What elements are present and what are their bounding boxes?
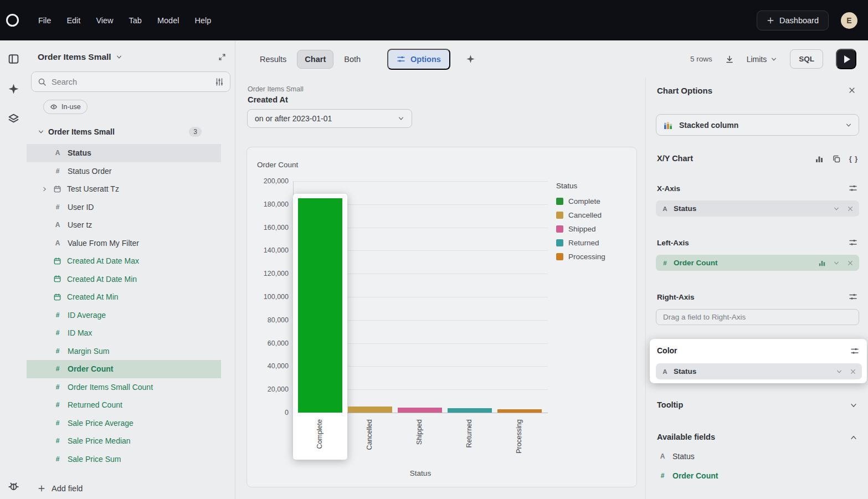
tab-chart[interactable]: Chart (297, 50, 333, 69)
tooltip-section-header[interactable]: Tooltip (657, 400, 683, 409)
close-icon[interactable] (848, 86, 856, 94)
field-label: ID Max (68, 328, 92, 337)
chevron-up-icon[interactable] (850, 434, 857, 441)
field-count-badge: 3 (189, 127, 202, 137)
bar-complete[interactable] (298, 198, 342, 413)
field-margin-sum[interactable]: #Margin Sum (27, 342, 221, 361)
available-field-order-count[interactable]: #Order Count (658, 471, 718, 480)
run-query-button[interactable] (836, 49, 856, 69)
dashboard-button[interactable]: Dashboard (757, 11, 829, 30)
limits-dropdown[interactable]: Limits (747, 55, 778, 64)
filter-sliders-icon[interactable] (215, 78, 224, 86)
copy-icon[interactable] (832, 155, 841, 163)
field-order-count[interactable]: #Order Count (27, 360, 221, 378)
sql-button[interactable]: SQL (790, 49, 823, 69)
bar-returned[interactable] (448, 408, 492, 413)
field-value-from-my-filter[interactable]: AValue From My Filter (27, 234, 221, 253)
sidebar-header[interactable]: Order Items Small (27, 40, 235, 62)
field-test-useratt-tz[interactable]: Test Useratt Tz (27, 180, 221, 198)
menu-file[interactable]: File (32, 12, 57, 29)
tab-both[interactable]: Both (336, 50, 368, 69)
legend-item-complete[interactable]: Complete (556, 197, 605, 205)
app-logo[interactable] (6, 14, 19, 27)
bar-processing[interactable] (497, 409, 542, 413)
tab-results[interactable]: Results (252, 50, 294, 69)
topbar: FileEditViewTabModelHelp Dashboard E (0, 0, 868, 40)
field-id-average[interactable]: #ID Average (27, 306, 221, 325)
bar-chart-icon[interactable] (815, 155, 824, 163)
legend-item-cancelled[interactable]: Cancelled (556, 211, 605, 219)
y-axis-tick: 40,000 (250, 362, 289, 370)
number-field-icon: # (53, 203, 62, 211)
toolbar-right: 5 rows Limits SQL (690, 49, 868, 69)
json-braces-icon[interactable]: { } (849, 155, 858, 163)
legend-label: Complete (568, 197, 600, 205)
ai-sparkle-icon[interactable] (466, 54, 475, 64)
right-axis-settings-icon[interactable] (849, 292, 857, 301)
menu-tab[interactable]: Tab (123, 12, 148, 29)
chevron-down-icon[interactable] (833, 205, 840, 212)
color-field-pill[interactable]: A Status (656, 363, 862, 379)
field-created-at-date-max[interactable]: Created At Date Max (27, 252, 221, 270)
remove-field-icon[interactable] (850, 368, 856, 375)
chevron-down-icon[interactable] (836, 368, 843, 375)
number-field-icon: # (53, 455, 62, 463)
avatar[interactable]: E (841, 12, 857, 29)
right-axis-section-title: Right-Axis (657, 293, 695, 301)
field-status-order[interactable]: #Status Order (27, 162, 221, 181)
legend-item-processing[interactable]: Processing (556, 253, 605, 261)
right-axis-drop-zone[interactable]: Drag a field to Right-Axis (656, 309, 859, 325)
left-axis-settings-icon[interactable] (849, 238, 857, 247)
in-use-filter-chip[interactable]: In-use (43, 100, 88, 114)
field-sale-price-average[interactable]: #Sale Price Average (27, 414, 221, 433)
field-sale-price-median[interactable]: #Sale Price Median (27, 432, 221, 450)
sparkles-icon[interactable] (8, 83, 19, 95)
legend-item-shipped[interactable]: Shipped (556, 225, 605, 233)
menu-model[interactable]: Model (151, 12, 186, 29)
series-type-icon[interactable] (818, 259, 826, 267)
chevron-down-icon[interactable] (833, 260, 840, 266)
available-field-status[interactable]: AStatus (658, 452, 695, 461)
available-fields-header[interactable]: Available fields (657, 433, 715, 441)
collapse-sidebar-icon[interactable] (218, 53, 226, 61)
color-settings-icon[interactable] (850, 347, 859, 356)
field-user-id[interactable]: #User ID (27, 198, 221, 217)
field-returned-count[interactable]: #Returned Count (27, 396, 221, 414)
field-user-tz[interactable]: AUser tz (27, 216, 221, 234)
field-order-items-small-count[interactable]: #Order Items Small Count (27, 378, 221, 397)
left-axis-field-label: Order Count (674, 259, 718, 267)
expand-chevron-icon[interactable] (42, 186, 48, 192)
layers-icon[interactable] (8, 113, 19, 125)
field-group-header[interactable]: Order Items Small 3 (38, 127, 226, 137)
bar-shipped[interactable] (398, 408, 442, 413)
x-axis-settings-icon[interactable] (849, 184, 857, 193)
add-field-button[interactable]: Add field (38, 484, 83, 493)
chevron-down-icon[interactable] (850, 402, 857, 409)
field-picker-sidebar: Order Items Small Search In-use Order It… (27, 40, 235, 499)
remove-field-icon[interactable] (847, 205, 854, 212)
search-input[interactable]: Search (31, 71, 230, 92)
bar-cancelled[interactable] (348, 407, 392, 413)
field-sale-price-sum[interactable]: #Sale Price Sum (27, 450, 221, 469)
x-axis-label-cancelled: Cancelled (366, 419, 374, 469)
x-axis-label-returned: Returned (465, 419, 474, 469)
menu-view[interactable]: View (90, 12, 119, 29)
menu-help[interactable]: Help (188, 12, 217, 29)
field-created-at-min[interactable]: Created At Min (27, 288, 221, 306)
download-icon[interactable] (725, 55, 734, 64)
left-axis-field-pill[interactable]: # Order Count (656, 255, 859, 271)
field-id-max[interactable]: #ID Max (27, 324, 221, 342)
options-button[interactable]: Options (387, 49, 450, 70)
menu-edit[interactable]: Edit (60, 12, 86, 29)
filter-value-select[interactable]: on or after 2023-01-01 (247, 109, 412, 128)
debug-icon[interactable] (8, 480, 19, 492)
collapse-panel-icon[interactable] (8, 53, 19, 65)
field-created-at-date-min[interactable]: Created At Date Min (27, 270, 221, 289)
field-label: Value From My Filter (68, 239, 139, 248)
field-status[interactable]: AStatus (27, 144, 221, 162)
remove-field-icon[interactable] (847, 260, 854, 266)
text-field-icon: A (658, 452, 667, 460)
x-axis-field-pill[interactable]: A Status (656, 200, 859, 217)
chart-type-select[interactable]: Stacked column (656, 114, 859, 136)
legend-item-returned[interactable]: Returned (556, 239, 605, 247)
